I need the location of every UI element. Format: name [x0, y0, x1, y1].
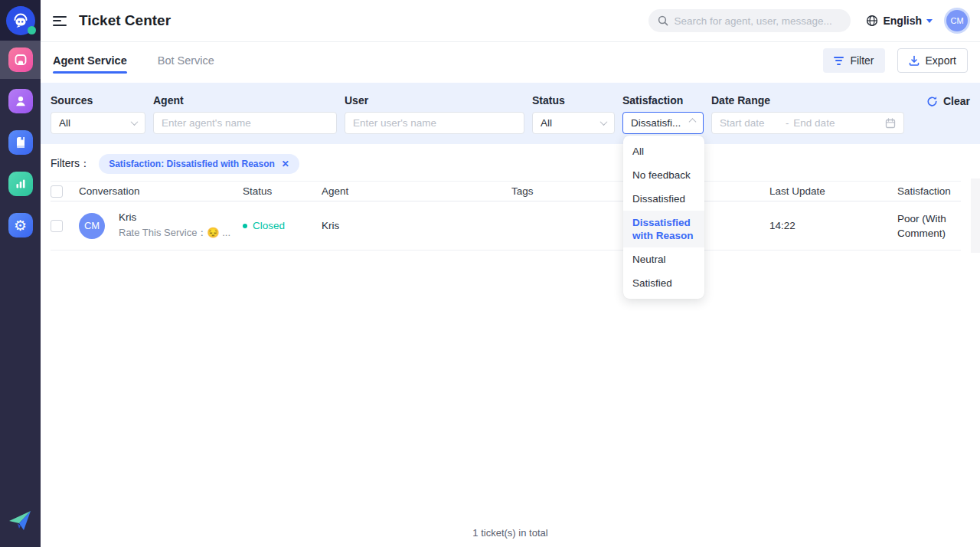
language-label: English [883, 15, 922, 27]
tab-bar: Agent Service Bot Service Filter Export [41, 42, 980, 79]
dropdown-option-dissatisfied[interactable]: Dissatisfied [623, 187, 704, 211]
agent-name: Kris [322, 220, 511, 231]
download-icon [909, 55, 920, 66]
export-button-label: Export [926, 54, 956, 67]
page-title: Ticket Center [79, 12, 171, 29]
row-checkbox[interactable] [51, 220, 63, 232]
col-satisfaction: Satisfaction [897, 185, 961, 197]
satisfaction-label: Satisfaction [622, 94, 704, 106]
satisfaction-cell: Poor (With Comment) [897, 211, 961, 241]
chevron-down-icon [131, 118, 139, 126]
sidebar-item-contacts[interactable] [0, 82, 41, 120]
clear-filters-button[interactable]: Clear [926, 95, 970, 107]
sidebar-item-knowledge-base[interactable] [0, 123, 41, 162]
active-filters-row: Filters： Satisfaction: Dissatisfied with… [41, 144, 980, 181]
status-select[interactable]: All [532, 112, 615, 134]
chevron-down-icon [600, 118, 608, 126]
global-search[interactable] [648, 9, 851, 32]
filter-panel: Sources All Agent User Status All [41, 83, 980, 144]
filters-label: Filters： [51, 157, 90, 171]
globe-icon [866, 15, 878, 27]
online-status-dot [28, 26, 36, 34]
search-input[interactable] [674, 15, 841, 27]
paper-plane-icon [8, 509, 34, 533]
search-icon [658, 15, 668, 26]
dropdown-option-dissatisfied-with-reason[interactable]: Dissatisfied with Reason [623, 211, 704, 247]
status-select-value: All [541, 117, 552, 129]
satisfaction-select[interactable]: Dissatisfi... [622, 112, 704, 134]
ticket-inbox-icon [8, 47, 33, 72]
user-input[interactable] [353, 117, 516, 129]
date-separator: - [781, 117, 793, 129]
filter-tag-label: Satisfaction: Dissatisfied with Reason [109, 159, 275, 169]
sidebar: ⚙ [0, 0, 41, 547]
sidebar-collapse-icon[interactable] [53, 16, 67, 26]
satisfaction-dropdown: All No feedback Dissatisfied Dissatisfie… [623, 136, 704, 299]
export-button[interactable]: Export [897, 48, 968, 73]
top-header: Ticket Center English CM [41, 0, 980, 42]
clear-button-label: Clear [943, 95, 970, 107]
user-name: Kris [119, 211, 230, 223]
start-date-input[interactable] [720, 117, 781, 129]
remove-filter-icon[interactable]: ✕ [282, 159, 289, 169]
satisfaction-select-value: Dissatisfi... [631, 117, 681, 129]
col-status: Status [243, 185, 322, 197]
refresh-icon [926, 96, 938, 107]
brand-logo [0, 509, 41, 533]
table-row[interactable]: CM Kris Rate This Service：😔 ... Closed K… [51, 201, 961, 251]
message-preview: Rate This Service：😔 ... [119, 226, 230, 240]
sources-select[interactable]: All [51, 112, 145, 134]
filter-button-label: Filter [850, 54, 874, 67]
contacts-icon [8, 89, 33, 113]
sources-label: Sources [51, 94, 145, 106]
tickets-table: Conversation Status Agent Tags Last Upda… [51, 181, 961, 251]
dropdown-option-neutral[interactable]: Neutral [623, 247, 704, 271]
table-header: Conversation Status Agent Tags Last Upda… [51, 181, 961, 201]
user-field [345, 112, 524, 134]
chevron-up-icon [689, 118, 697, 126]
total-count: 1 ticket(s) in total [41, 527, 980, 539]
end-date-input[interactable] [793, 117, 848, 129]
app-bot-logo-icon [6, 6, 35, 35]
filter-button[interactable]: Filter [823, 48, 884, 73]
app-logo [0, 0, 41, 41]
date-range-label: Date Range [711, 94, 904, 106]
calendar-icon [885, 118, 896, 129]
chevron-down-icon [926, 19, 933, 23]
user-avatar[interactable]: CM [946, 10, 968, 31]
filter-tag: Satisfaction: Dissatisfied with Reason ✕ [99, 154, 299, 174]
agent-input[interactable] [162, 117, 328, 129]
date-range-picker[interactable]: - [711, 112, 904, 134]
col-agent: Agent [322, 185, 511, 197]
sidebar-item-settings[interactable]: ⚙ [0, 206, 41, 244]
user-label: User [345, 94, 524, 106]
agent-field [153, 112, 337, 134]
select-all-checkbox[interactable] [51, 185, 63, 198]
status-dot [243, 224, 247, 228]
settings-gear-icon: ⚙ [8, 213, 33, 237]
dropdown-option-satisfied[interactable]: Satisfied [623, 271, 704, 295]
dropdown-option-all[interactable]: All [623, 139, 704, 163]
language-selector[interactable]: English [866, 15, 933, 27]
tab-agent-service[interactable]: Agent Service [53, 44, 127, 77]
tab-bot-service[interactable]: Bot Service [158, 44, 214, 77]
analytics-bars-icon [8, 172, 33, 196]
agent-label: Agent [153, 94, 337, 106]
dropdown-option-no-feedback[interactable]: No feedback [623, 163, 704, 187]
table-scrollbar[interactable] [971, 179, 980, 253]
sources-select-value: All [59, 117, 70, 129]
sidebar-item-ticket-inbox[interactable] [0, 41, 41, 79]
last-update-cell: 14:22 [769, 220, 897, 231]
row-avatar: CM [79, 213, 105, 239]
filter-icon [834, 57, 844, 65]
knowledge-book-icon [8, 130, 33, 155]
sidebar-nav: ⚙ [0, 41, 41, 247]
status-badge: Closed [253, 220, 285, 231]
col-conversation: Conversation [79, 185, 243, 197]
main-area: Ticket Center English CM Agent Service B… [41, 0, 980, 547]
sidebar-item-analytics[interactable] [0, 165, 41, 203]
status-label: Status [532, 94, 615, 106]
col-last-update: Last Update [769, 185, 897, 197]
